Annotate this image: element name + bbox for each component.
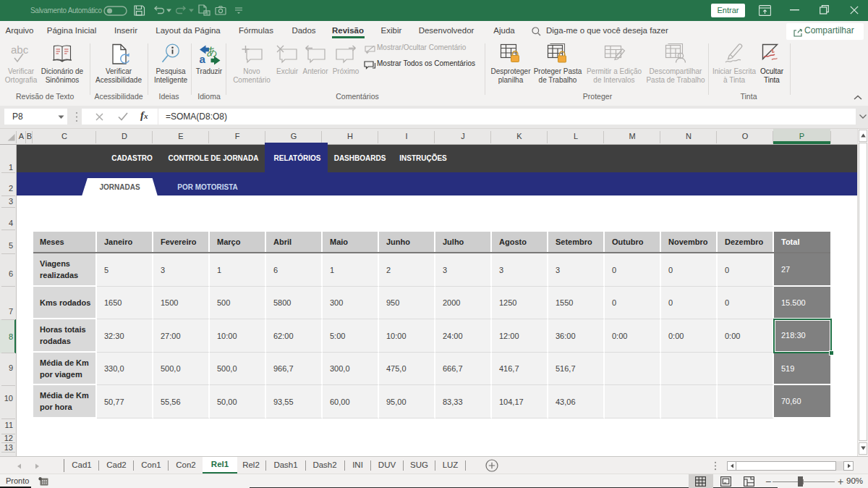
svg-text:あ: あ: [207, 46, 218, 57]
svg-text:a: a: [200, 53, 206, 65]
svg-text:abc: abc: [11, 44, 29, 56]
